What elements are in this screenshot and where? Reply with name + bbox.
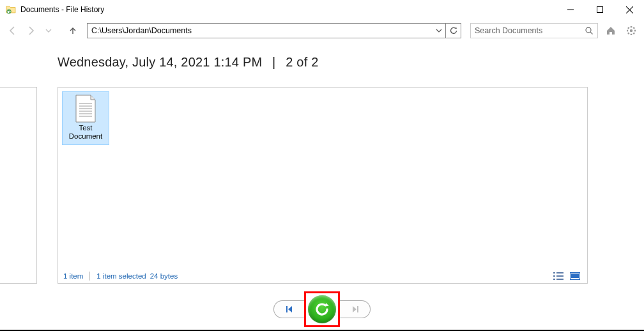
- svg-line-12: [628, 27, 629, 29]
- settings-button[interactable]: [624, 23, 639, 38]
- up-button[interactable]: [65, 23, 80, 38]
- history-nav-row: [0, 294, 644, 325]
- svg-point-7: [630, 29, 632, 31]
- svg-line-6: [590, 32, 593, 35]
- address-dropdown-button[interactable]: [433, 24, 445, 38]
- file-item[interactable]: Test Document: [62, 91, 109, 145]
- next-version-button[interactable]: [340, 300, 371, 318]
- status-count: 1 item: [63, 272, 83, 280]
- close-button[interactable]: [615, 0, 644, 19]
- restore-highlight: [304, 291, 340, 327]
- previous-version-button[interactable]: [273, 300, 304, 318]
- snapshot-header: Wednesday, July 14, 2021 1:14 PM | 2 of …: [0, 42, 644, 77]
- home-button[interactable]: [603, 23, 618, 38]
- maximize-button[interactable]: [585, 0, 615, 19]
- svg-rect-24: [553, 275, 555, 277]
- file-pane: Test Document 1 item 1 item selected 24 …: [57, 87, 588, 284]
- thumbnails-view-button[interactable]: [568, 270, 582, 282]
- folder-refresh-icon: [5, 4, 17, 15]
- svg-rect-26: [553, 279, 555, 280]
- svg-rect-23: [556, 272, 564, 273]
- address-bar: [87, 23, 461, 38]
- search-box: [470, 23, 598, 38]
- status-size: 24 bytes: [150, 272, 178, 280]
- forward-button[interactable]: [23, 23, 38, 38]
- svg-line-14: [633, 27, 634, 29]
- svg-point-0: [7, 10, 11, 13]
- file-list[interactable]: Test Document: [58, 88, 587, 268]
- window-title: Documents - File History: [20, 5, 556, 14]
- svg-point-5: [586, 27, 591, 33]
- header-separator: |: [272, 55, 275, 69]
- svg-rect-25: [556, 275, 564, 277]
- history-dropdown-button[interactable]: [41, 23, 56, 38]
- status-selection: 1 item selected: [96, 272, 146, 280]
- search-button[interactable]: [581, 24, 597, 38]
- svg-rect-27: [556, 279, 564, 280]
- document-icon: [74, 95, 97, 123]
- nav-toolbar: [0, 19, 644, 42]
- details-view-button[interactable]: [551, 270, 565, 282]
- file-label: Test Document: [64, 124, 107, 141]
- svg-rect-30: [571, 273, 579, 278]
- refresh-button[interactable]: [445, 24, 461, 38]
- status-bar: 1 item 1 item selected 24 bytes: [58, 268, 587, 283]
- search-input[interactable]: [471, 24, 581, 38]
- address-input[interactable]: [88, 24, 433, 38]
- svg-line-13: [633, 33, 634, 34]
- snapshot-date: Wednesday, July 14, 2021 1:14 PM: [57, 55, 262, 69]
- restore-icon: [313, 300, 331, 318]
- svg-line-15: [628, 33, 629, 34]
- back-button[interactable]: [5, 23, 20, 38]
- prev-pane-edge: [0, 87, 37, 284]
- status-separator: [89, 272, 90, 281]
- svg-rect-22: [553, 272, 555, 273]
- restore-button[interactable]: [308, 295, 336, 323]
- snapshot-position: 2 of 2: [286, 55, 318, 69]
- minimize-button[interactable]: [556, 0, 585, 19]
- svg-rect-2: [597, 7, 603, 13]
- titlebar: Documents - File History: [0, 0, 644, 19]
